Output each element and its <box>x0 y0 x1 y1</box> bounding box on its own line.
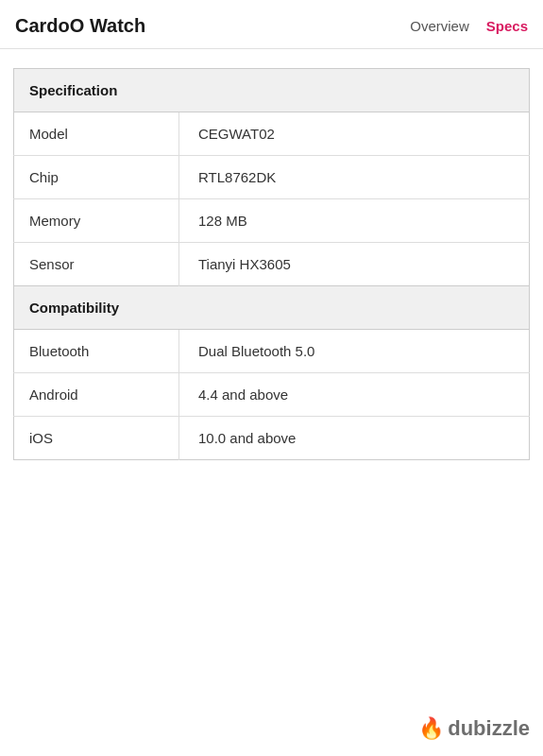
spec-value: RTL8762DK <box>179 156 530 199</box>
spec-label: Chip <box>14 156 179 199</box>
page-title: CardoO Watch <box>15 15 145 37</box>
specs-table: SpecificationModelCEGWAT02ChipRTL8762DKM… <box>13 68 530 460</box>
section-header-compatibility: Compatibility <box>14 286 530 330</box>
spec-label: Memory <box>14 199 179 243</box>
spec-value: Tianyi HX3605 <box>179 243 530 286</box>
page-header: CardoO Watch Overview Specs <box>0 0 543 49</box>
table-row: iOS10.0 and above <box>14 417 530 460</box>
spec-label: Android <box>14 373 179 417</box>
section-header-label: Compatibility <box>14 286 530 330</box>
section-header-label: Specification <box>14 69 530 112</box>
watermark-text: dubizzle <box>448 716 530 741</box>
spec-value: 128 MB <box>179 199 530 243</box>
nav-overview[interactable]: Overview <box>410 18 469 34</box>
spec-value: CEGWAT02 <box>179 112 530 156</box>
spec-label: iOS <box>14 417 179 460</box>
table-row: Android4.4 and above <box>14 373 530 417</box>
main-content: SpecificationModelCEGWAT02ChipRTL8762DKM… <box>0 49 543 479</box>
watermark: 🔥 dubizzle <box>418 716 530 741</box>
table-row: SensorTianyi HX3605 <box>14 243 530 286</box>
nav-specs[interactable]: Specs <box>486 18 528 34</box>
spec-label: Bluetooth <box>14 330 179 373</box>
spec-label: Model <box>14 112 179 156</box>
section-header-specification: Specification <box>14 69 530 112</box>
table-row: BluetoothDual Bluetooth 5.0 <box>14 330 530 373</box>
table-row: ModelCEGWAT02 <box>14 112 530 156</box>
table-row: ChipRTL8762DK <box>14 156 530 199</box>
spec-value: Dual Bluetooth 5.0 <box>179 330 530 373</box>
header-nav: Overview Specs <box>410 18 528 34</box>
table-row: Memory128 MB <box>14 199 530 243</box>
spec-value: 4.4 and above <box>179 373 530 417</box>
spec-value: 10.0 and above <box>179 417 530 460</box>
spec-label: Sensor <box>14 243 179 286</box>
flame-icon: 🔥 <box>418 716 444 741</box>
